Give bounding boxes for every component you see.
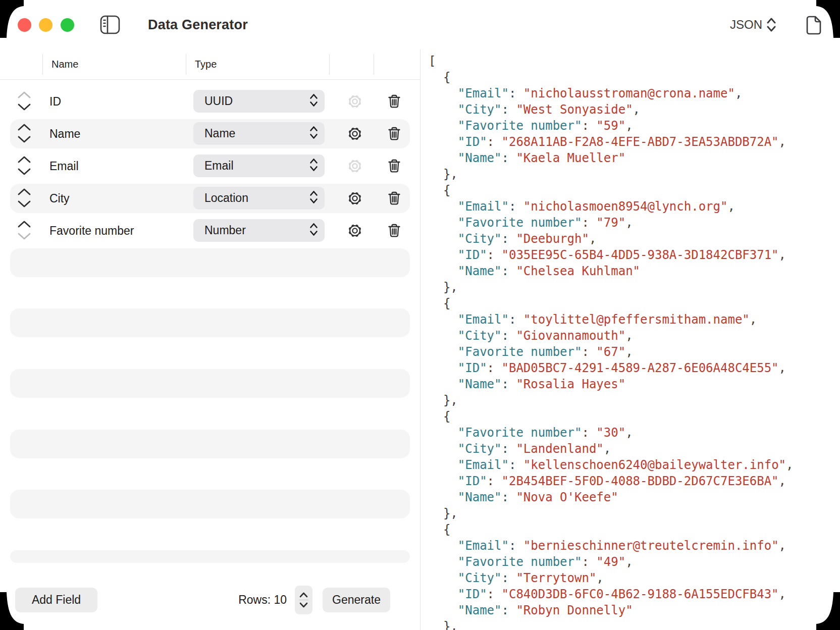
field-name-label: ID — [49, 87, 61, 116]
move-down-icon[interactable] — [17, 102, 32, 113]
move-up-icon[interactable] — [17, 187, 32, 197]
reorder-handle[interactable] — [17, 155, 32, 177]
field-type-dropdown[interactable]: Location — [193, 187, 325, 209]
delete-field-trash-icon[interactable] — [387, 159, 402, 174]
code-line: "Favorite number": "67", — [429, 344, 793, 360]
code-line: }, — [429, 166, 793, 182]
document-icon[interactable] — [805, 16, 822, 35]
move-up-icon[interactable] — [17, 123, 32, 133]
chevron-up-down-icon — [309, 126, 318, 141]
field-name-label: Favorite number — [49, 216, 134, 245]
code-line: "Favorite number": "30", — [429, 425, 793, 441]
code-line: }, — [429, 618, 793, 630]
code-line: }, — [429, 505, 793, 521]
code-line: "ID": "C840D3DB-6FC0-4B62-9188-6A155EDCF… — [429, 586, 793, 602]
rows-stepper[interactable] — [295, 586, 312, 614]
reorder-handle[interactable] — [17, 220, 32, 242]
move-down-icon[interactable] — [17, 167, 32, 177]
empty-field-row — [10, 430, 410, 458]
column-header-name: Name — [51, 49, 78, 79]
delete-field-trash-icon[interactable] — [387, 223, 402, 238]
code-line: { — [429, 182, 793, 198]
code-line: "City": "Deeburgh", — [429, 231, 793, 247]
close-window-button[interactable] — [18, 18, 31, 32]
stepper-up-icon[interactable] — [299, 592, 308, 598]
code-line: "City": "Giovannamouth", — [429, 328, 793, 344]
field-type-dropdown[interactable]: Email — [193, 154, 325, 177]
move-up-icon — [17, 90, 32, 100]
code-line: "Name": "Nova O'Keefe" — [429, 489, 793, 505]
empty-field-row — [10, 248, 410, 277]
empty-field-row — [10, 308, 410, 337]
field-name-label: Email — [49, 151, 79, 181]
column-header-type: Type — [195, 49, 217, 79]
code-line: { — [429, 295, 793, 311]
chevron-up-down-icon — [309, 190, 318, 206]
move-up-icon[interactable] — [17, 155, 32, 165]
delete-field-trash-icon[interactable] — [387, 94, 402, 109]
code-line: "Name": "Kaela Mueller" — [429, 150, 793, 166]
code-line: "ID": "035EE95C-65B4-4DD5-938A-3D1842CBF… — [429, 247, 793, 263]
code-line: "Name": "Robyn Donnelly" — [429, 602, 793, 618]
field-name-label: Name — [49, 119, 80, 148]
reorder-handle[interactable] — [17, 90, 32, 113]
table-header: Name Type — [0, 49, 420, 80]
code-line: "City": "Terrytown", — [429, 570, 793, 586]
generate-button[interactable]: Generate — [323, 588, 390, 612]
field-name-label: City — [49, 184, 70, 213]
move-down-icon[interactable] — [17, 135, 32, 145]
reorder-handle[interactable] — [17, 187, 32, 209]
field-type-dropdown[interactable]: Number — [193, 219, 325, 242]
column-separator — [186, 54, 186, 75]
zoom-window-button[interactable] — [61, 18, 74, 32]
delete-field-trash-icon[interactable] — [387, 126, 402, 141]
field-type-dropdown[interactable]: UUID — [193, 90, 325, 113]
field-settings-gear-icon — [347, 94, 362, 109]
delete-field-trash-icon[interactable] — [387, 191, 402, 206]
footer-toolbar: Add Field Rows: 10 Generate — [0, 563, 420, 630]
move-down-icon[interactable] — [17, 199, 32, 209]
code-line: "Favorite number": "79", — [429, 215, 793, 231]
chevron-up-down-icon — [309, 158, 318, 174]
code-line: "Email": "kellenschoen6240@baileywalter.… — [429, 457, 793, 473]
code-line: "City": "Landenland", — [429, 441, 793, 457]
field-type-value: Number — [204, 224, 309, 237]
code-line: "Name": "Chelsea Kuhlman" — [429, 263, 793, 279]
app-window: Data Generator JSON Name Type — [0, 0, 840, 630]
add-field-button[interactable]: Add Field — [15, 588, 97, 612]
stepper-down-icon[interactable] — [299, 602, 308, 608]
chevron-up-down-icon — [309, 93, 318, 109]
field-row: ID UUID — [0, 87, 420, 116]
field-settings-gear-icon[interactable] — [347, 126, 362, 141]
minimize-window-button[interactable] — [39, 18, 52, 32]
field-settings-gear-icon[interactable] — [347, 223, 362, 238]
format-selector[interactable]: JSON — [730, 0, 777, 49]
code-line: "Email": "nicholausstroman@crona.name", — [429, 85, 793, 101]
chevron-up-down-icon — [766, 17, 777, 33]
field-settings-gear-icon[interactable] — [347, 191, 362, 206]
column-separator — [42, 54, 43, 75]
field-type-value: UUID — [204, 94, 309, 108]
code-line: "Email": "nicholasmoen8954@lynch.org", — [429, 198, 793, 215]
field-settings-gear-icon — [347, 159, 362, 174]
code-line: }, — [429, 392, 793, 408]
json-output: [ { "Email": "nicholausstroman@crona.nam… — [429, 53, 793, 630]
code-line: "ID": "BAD05BC7-4291-4589-A287-6E06A48C4… — [429, 360, 793, 376]
fields-panel: Name Type ID UUID — [0, 49, 420, 630]
code-line: "ID": "2B454BEF-5F0D-4088-BDBD-2D67C7E3E… — [429, 473, 793, 489]
code-line: [ — [429, 53, 793, 69]
field-type-value: Email — [204, 159, 309, 173]
field-rows-list: ID UUID Name Name — [0, 79, 420, 563]
move-up-icon[interactable] — [17, 220, 32, 230]
sidebar-toggle-icon[interactable] — [100, 15, 120, 34]
column-separator — [329, 54, 330, 75]
output-panel: [ { "Email": "nicholausstroman@crona.nam… — [420, 49, 840, 630]
column-separator — [374, 54, 374, 75]
chevron-up-down-icon — [309, 223, 318, 238]
empty-field-row — [10, 550, 410, 563]
empty-field-row — [10, 369, 410, 398]
field-type-dropdown[interactable]: Name — [193, 122, 325, 145]
reorder-handle[interactable] — [17, 123, 32, 145]
code-line: { — [429, 69, 793, 85]
code-line: { — [429, 521, 793, 538]
